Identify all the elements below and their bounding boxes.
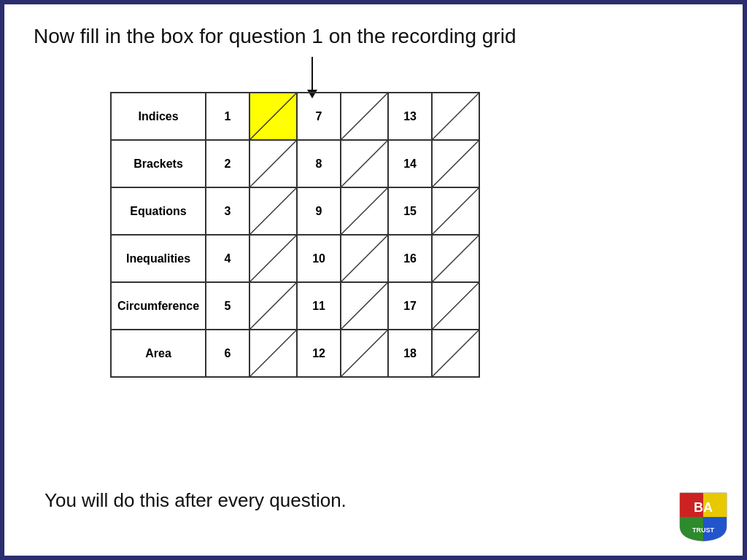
hatched-cell	[341, 187, 388, 235]
hatched-cell	[249, 330, 297, 377]
hatched-cell	[249, 187, 297, 235]
hatched-cell	[432, 282, 479, 330]
hatched-cell	[249, 282, 297, 330]
row-hi-number: 17	[388, 282, 432, 330]
row-mid-number: 11	[297, 282, 341, 330]
hatched-cell	[341, 93, 388, 140]
table-row: Indices1 7 13	[111, 93, 479, 140]
row-label: Inequalities	[111, 235, 206, 282]
highlighted-cell	[249, 93, 297, 140]
row-hi-number: 14	[388, 140, 432, 187]
hatched-cell	[341, 140, 388, 187]
row-number: 2	[206, 140, 249, 187]
table-row: Inequalities4 10 16	[111, 235, 479, 282]
logo-svg: BA TRUST	[677, 490, 729, 542]
arrow-line	[311, 57, 313, 90]
hatched-cell	[341, 330, 388, 377]
row-hi-number: 13	[388, 93, 432, 140]
hatched-cell	[341, 235, 388, 282]
row-label: Equations	[111, 187, 206, 235]
hatched-cell	[432, 330, 479, 377]
hatched-cell	[249, 140, 297, 187]
table-row: Area6 12 18	[111, 330, 479, 377]
footer-text: You will do this after every question.	[44, 489, 347, 512]
row-label: Brackets	[111, 140, 206, 187]
table-row: Brackets2 8 14	[111, 140, 479, 187]
recording-grid: Indices1 7 13 Brackets2 8 14 Equations3	[110, 92, 480, 378]
row-number: 3	[206, 187, 249, 235]
row-label: Indices	[111, 93, 206, 140]
row-label: Area	[111, 330, 206, 377]
hatched-cell	[432, 140, 479, 187]
row-hi-number: 18	[388, 330, 432, 377]
row-number: 6	[206, 330, 249, 377]
hatched-cell	[432, 187, 479, 235]
svg-text:BA: BA	[694, 500, 713, 515]
hatched-cell	[432, 235, 479, 282]
row-mid-number: 9	[297, 187, 341, 235]
grid-table: Indices1 7 13 Brackets2 8 14 Equations3	[110, 92, 480, 378]
row-mid-number: 10	[297, 235, 341, 282]
table-row: Circumference5 11 17	[111, 282, 479, 330]
row-hi-number: 16	[388, 235, 432, 282]
hatched-cell	[249, 235, 297, 282]
row-mid-number: 8	[297, 140, 341, 187]
row-label: Circumference	[111, 282, 206, 330]
row-number: 1	[206, 93, 249, 140]
instruction-text: Now fill in the box for question 1 on th…	[34, 25, 516, 48]
page-container: Now fill in the box for question 1 on th…	[0, 0, 747, 560]
row-mid-number: 12	[297, 330, 341, 377]
svg-text:TRUST: TRUST	[692, 526, 714, 534]
row-number: 5	[206, 282, 249, 330]
row-hi-number: 15	[388, 187, 432, 235]
logo: BA TRUST	[677, 490, 729, 542]
row-mid-number: 7	[297, 93, 341, 140]
hatched-cell	[341, 282, 388, 330]
table-row: Equations3 9 15	[111, 187, 479, 235]
row-number: 4	[206, 235, 249, 282]
hatched-cell	[432, 93, 479, 140]
